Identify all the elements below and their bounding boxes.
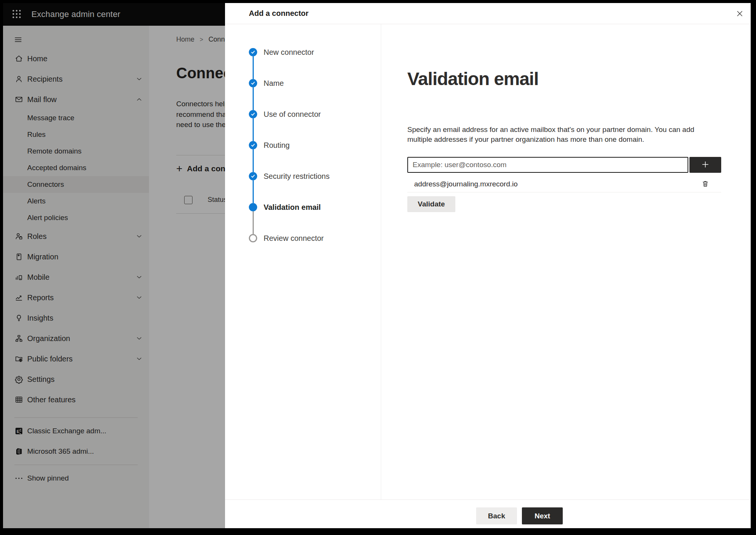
step-connector xyxy=(253,87,254,110)
exchange-admin-app: Exchange admin center Home Recipients Ma… xyxy=(3,3,751,528)
email-input-row xyxy=(407,157,751,173)
validate-button[interactable]: Validate xyxy=(407,196,455,212)
screenshot-frame: Exchange admin center Home Recipients Ma… xyxy=(0,0,756,535)
delete-address-button[interactable] xyxy=(701,180,710,189)
wizard-step-label: Review connector xyxy=(264,234,324,242)
address-row: address@journaling.mxrecord.io xyxy=(407,176,721,192)
check-icon xyxy=(249,110,257,118)
trash-icon xyxy=(701,183,709,189)
next-button[interactable]: Next xyxy=(522,507,563,524)
step-connector xyxy=(253,180,254,203)
wizard-step-label: Routing xyxy=(264,141,290,149)
add-connector-modal: Add a connector New connector Name Use o… xyxy=(225,3,751,528)
check-icon xyxy=(249,79,257,87)
step-heading: Validation email xyxy=(407,69,751,89)
modal-title: Add a connector xyxy=(249,3,309,24)
wizard-step-label: Use of connector xyxy=(264,110,321,118)
wizard-step-security-restrictions[interactable]: Security restrictions xyxy=(249,172,381,203)
wizard-step-routing[interactable]: Routing xyxy=(249,141,381,172)
back-button[interactable]: Back xyxy=(476,507,517,524)
wizard-step-label: Security restrictions xyxy=(264,172,330,180)
step-connector xyxy=(253,56,254,79)
step-state-circle xyxy=(249,234,257,242)
wizard-content: Validation email Specify an email addres… xyxy=(382,24,751,500)
step-connector xyxy=(253,118,254,141)
email-input[interactable] xyxy=(407,157,688,173)
modal-header: Add a connector xyxy=(225,3,751,24)
close-icon xyxy=(736,13,744,19)
add-address-button[interactable] xyxy=(689,157,721,173)
wizard-step-new-connector[interactable]: New connector xyxy=(249,48,381,79)
wizard-step-name[interactable]: Name xyxy=(249,79,381,110)
step-connector xyxy=(253,211,254,234)
wizard-step-label: New connector xyxy=(264,48,314,56)
check-icon xyxy=(249,172,257,180)
check-icon xyxy=(249,141,257,149)
modal-footer: Back Next xyxy=(225,499,751,528)
plus-icon xyxy=(701,160,709,170)
step-state-circle xyxy=(249,203,257,211)
wizard-step-review-connector[interactable]: Review connector xyxy=(249,234,381,265)
step-connector xyxy=(253,149,254,172)
wizard-step-validation-email[interactable]: Validation email xyxy=(249,203,381,234)
check-icon xyxy=(249,48,257,56)
step-description: Specify an email address for an active m… xyxy=(407,125,712,144)
wizard-step-label: Name xyxy=(264,79,284,87)
address-text: address@journaling.mxrecord.io xyxy=(414,180,518,188)
wizard-step-label: Validation email xyxy=(264,203,321,211)
wizard-step-use-of-connector[interactable]: Use of connector xyxy=(249,110,381,141)
wizard-stepper: New connector Name Use of connector Rout… xyxy=(225,24,381,500)
close-button[interactable] xyxy=(735,9,745,19)
